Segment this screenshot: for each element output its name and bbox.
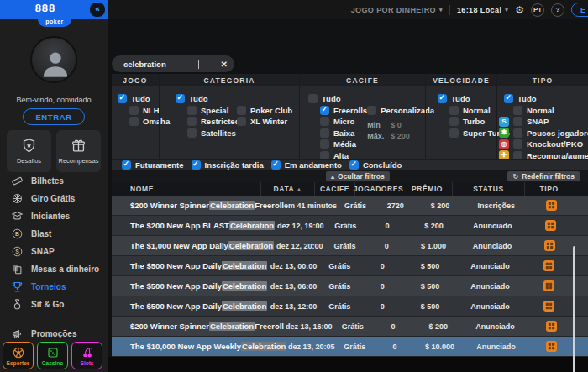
filter-option[interactable]: XL Winter xyxy=(237,117,292,126)
filter-option[interactable]: Concluído xyxy=(349,160,402,170)
checkbox[interactable] xyxy=(449,106,459,115)
column-header-data[interactable]: DATA▲ xyxy=(260,182,314,196)
checkbox[interactable] xyxy=(504,94,513,103)
filter-option[interactable]: Inscrição tardia xyxy=(192,160,264,170)
filter-option[interactable]: Satellites xyxy=(187,128,237,138)
checkbox[interactable] xyxy=(308,94,318,103)
filter-option[interactable]: ✱Poucos jogadores xyxy=(499,128,588,138)
time-dropdown[interactable]: 16:18 Local ▾ xyxy=(457,6,508,14)
checkbox[interactable] xyxy=(449,117,459,126)
hide-filters-button[interactable]: ▴ Ocultar filtros xyxy=(326,171,390,181)
table-row[interactable]: The $500 New App Daily Celebration dez 1… xyxy=(112,256,588,276)
vertical-scrollbar[interactable] xyxy=(573,246,575,372)
max-value[interactable]: $ 200 xyxy=(391,132,410,140)
table-row[interactable]: The $1,000 New App Daily Celebration dez… xyxy=(112,236,588,256)
table-row[interactable]: The $10,000 New App Weekly Celebration d… xyxy=(112,337,588,357)
checkbox[interactable] xyxy=(513,106,522,115)
sidebar-item-promocoes[interactable]: Promoções xyxy=(0,325,108,343)
login-button[interactable]: ENTRAR xyxy=(23,108,85,125)
filter-option[interactable]: SSNAP xyxy=(499,117,588,126)
reset-filters-button[interactable]: ↻ Redefinir filtros xyxy=(507,171,580,181)
column-header-jogadores[interactable]: JOGADORES xyxy=(354,182,402,196)
checkbox[interactable] xyxy=(449,128,459,138)
sidebar-item-iniciantes[interactable]: Iniciantes xyxy=(0,207,108,225)
collapse-sidebar-button[interactable]: « xyxy=(90,3,105,17)
table-row[interactable]: $200 Winner Spinner Celebration Freeroll… xyxy=(112,196,588,216)
checkbox[interactable] xyxy=(122,160,131,170)
filter-option[interactable]: Tudo xyxy=(118,94,159,103)
filter-option[interactable]: Tudo xyxy=(176,94,237,103)
filter-option[interactable]: Micro xyxy=(320,117,367,126)
slots-button[interactable]: Slots xyxy=(71,342,102,369)
checkbox[interactable] xyxy=(320,106,329,115)
checkbox[interactable] xyxy=(271,160,281,170)
sidebar-item-bilhetes[interactable]: Bilhetes xyxy=(0,172,108,190)
filter-option[interactable]: Special xyxy=(187,106,237,115)
min-value[interactable]: $ 0 xyxy=(391,121,402,129)
checkbox[interactable] xyxy=(320,117,329,126)
checkbox[interactable] xyxy=(513,117,522,126)
filter-option[interactable]: Em andamento xyxy=(271,160,342,170)
sidebar-item-snap[interactable]: S SNAP xyxy=(0,243,108,260)
sidebar-item-torneios[interactable]: Torneios xyxy=(0,278,108,296)
filter-option[interactable]: Restricted xyxy=(187,117,237,126)
filter-option[interactable]: Média xyxy=(320,139,367,149)
filter-option[interactable]: Normal xyxy=(449,106,496,115)
filter-option[interactable]: Super Turbo xyxy=(449,128,496,138)
filter-option[interactable]: Baixa xyxy=(320,128,367,138)
sidebar-item-giro-gratis[interactable]: Giro Grátis xyxy=(0,190,108,207)
checkbox[interactable] xyxy=(129,117,139,126)
checkbox[interactable] xyxy=(513,128,522,138)
column-header-tipo[interactable]: TIPO xyxy=(524,182,573,196)
column-header-premio[interactable]: PRÊMIO xyxy=(402,182,452,196)
checkbox[interactable] xyxy=(513,139,522,149)
money-mode-dropdown[interactable]: JOGO POR DINHEIRO ▾ xyxy=(351,6,443,14)
esportes-button[interactable]: Esportes xyxy=(3,342,34,369)
filter-option[interactable]: Freerolls xyxy=(320,106,367,115)
table-row[interactable]: The $500 New App Daily Celebration dez 1… xyxy=(112,276,588,296)
avatar[interactable] xyxy=(30,36,77,83)
checkbox[interactable] xyxy=(192,160,201,170)
filter-option[interactable]: Poker Club xyxy=(237,106,292,115)
checkbox[interactable] xyxy=(129,106,139,115)
table-row[interactable]: $200 Winner Spinner Celebration Freeroll… xyxy=(112,317,588,337)
logo-888poker[interactable]: 888 « xyxy=(0,0,108,19)
settings-gear-icon[interactable]: ⚙ xyxy=(515,4,524,16)
clear-search-icon[interactable]: ✕ xyxy=(221,60,228,69)
cassino-button[interactable]: Cassino xyxy=(37,342,68,369)
help-button[interactable]: ? xyxy=(551,3,564,17)
column-header-cacife[interactable]: CACIFE xyxy=(314,182,354,196)
filter-option[interactable]: Turbo xyxy=(449,117,496,126)
checkbox[interactable] xyxy=(118,94,127,103)
filter-option[interactable]: Tudo xyxy=(308,94,367,103)
checkbox[interactable] xyxy=(187,106,197,115)
table-row[interactable]: The $200 New App BLAST Celebration dez 1… xyxy=(112,216,588,236)
checkbox[interactable] xyxy=(237,106,246,115)
checkbox[interactable] xyxy=(320,128,329,138)
login-button-clipped[interactable]: E xyxy=(571,3,588,17)
column-header-status[interactable]: STATUS xyxy=(452,182,524,196)
language-button[interactable]: PT xyxy=(531,3,544,17)
checkbox[interactable] xyxy=(349,160,359,170)
checkbox[interactable] xyxy=(320,139,329,149)
checkbox[interactable] xyxy=(187,128,197,138)
search-input[interactable]: celebration ✕ xyxy=(112,55,234,72)
filter-option[interactable]: Futuramente xyxy=(122,160,184,170)
checkbox[interactable] xyxy=(176,94,185,103)
filter-option[interactable]: ◎Knockout/PKO xyxy=(499,139,588,149)
challenges-tile[interactable]: Desafios xyxy=(7,130,51,172)
rewards-tile[interactable]: Recompensas xyxy=(56,130,101,172)
checkbox[interactable] xyxy=(237,117,246,126)
sidebar-item-mesas-a-dinheiro[interactable]: Mesas a dinheiro xyxy=(0,260,108,278)
filter-option[interactable]: Tudo xyxy=(504,94,588,103)
sidebar-item-sit-and-go[interactable]: Sit & Go xyxy=(0,296,108,313)
sidebar-item-blast[interactable]: B Blast xyxy=(0,225,108,243)
filter-option[interactable]: Tudo xyxy=(438,94,496,103)
checkbox[interactable] xyxy=(367,106,376,115)
filter-option[interactable]: NLH xyxy=(129,106,159,115)
filter-option[interactable]: Omaha xyxy=(129,117,159,126)
checkbox[interactable] xyxy=(438,94,447,103)
column-header-nome[interactable]: NOME xyxy=(112,182,260,196)
filter-option[interactable]: Normal xyxy=(499,106,588,115)
checkbox[interactable] xyxy=(187,117,197,126)
